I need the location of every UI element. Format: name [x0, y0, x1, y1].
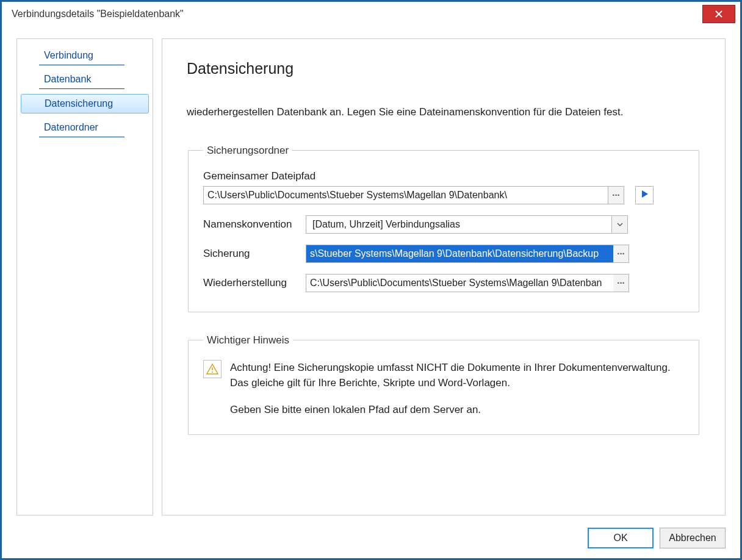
window-title: Verbindungsdetails "Beispieldatenbank": [12, 9, 184, 20]
shared-path-input[interactable]: C:\Users\Public\Documents\Stueber System…: [203, 186, 608, 204]
restore-label: Wiederherstellung: [203, 277, 301, 289]
ok-button[interactable]: OK: [588, 528, 654, 548]
shared-path-label: Gemeinsamer Dateipfad: [203, 170, 684, 182]
open-shared-path-button[interactable]: [635, 186, 654, 204]
hint-line-1: Achtung! Eine Sicherungskopie umfasst NI…: [230, 360, 684, 391]
browse-shared-path-button[interactable]: ···: [608, 186, 624, 204]
restore-path-input[interactable]: C:\Users\Public\Documents\Stueber System…: [306, 274, 613, 292]
page-title: Datensicherung: [187, 60, 701, 77]
naming-label: Namenskonvention: [203, 218, 301, 231]
backup-path-input[interactable]: s\Stueber Systems\Magellan 9\Datenbank\D…: [306, 245, 613, 263]
connection-details-window: Verbindungsdetails "Beispieldatenbank" V…: [0, 0, 742, 560]
hint-line-2: Geben Sie bitte einen lokalen Pfad auf d…: [230, 402, 684, 418]
sidebar-item-datenbank[interactable]: Datenbank: [39, 70, 124, 89]
svg-point-3: [212, 372, 213, 373]
warning-icon: [203, 360, 222, 378]
close-button[interactable]: [702, 5, 735, 23]
folder-group: Sicherungsordner Gemeinsamer Dateipfad C…: [188, 145, 699, 312]
sidebar-item-datenordner[interactable]: Datenordner: [39, 118, 124, 137]
hint-group-legend: Wichtiger Hinweis: [203, 334, 293, 346]
content-area: Verbindung Datenbank Datensicherung Date…: [16, 38, 726, 515]
close-icon: [715, 9, 722, 20]
main-panel: Datensicherung wiederhergestellen Datenb…: [162, 38, 726, 515]
titlebar: Verbindungsdetails "Beispieldatenbank": [2, 2, 740, 26]
backup-label: Sicherung: [203, 248, 301, 260]
cancel-button[interactable]: Abbrechen: [660, 528, 726, 548]
sidebar: Verbindung Datenbank Datensicherung Date…: [16, 38, 153, 515]
hint-group: Wichtiger Hinweis Achtung! Eine Sicherun…: [188, 334, 699, 436]
folder-group-legend: Sicherungsordner: [203, 145, 292, 157]
chevron-down-icon: [617, 219, 623, 229]
browse-backup-path-button[interactable]: ···: [613, 245, 629, 263]
play-icon: [640, 190, 649, 200]
naming-select[interactable]: [Datum, Uhrzeit] Verbindungsalias: [306, 215, 612, 234]
dialog-footer: OK Abbrechen: [588, 528, 726, 548]
hint-text: Achtung! Eine Sicherungskopie umfasst NI…: [230, 360, 684, 418]
intro-text: wiederhergestellen Datenbank an. Legen S…: [187, 104, 701, 120]
svg-marker-0: [642, 190, 648, 198]
sidebar-item-datensicherung[interactable]: Datensicherung: [21, 94, 149, 113]
sidebar-item-verbindung[interactable]: Verbindung: [39, 46, 124, 65]
naming-select-arrow[interactable]: [612, 215, 628, 234]
browse-restore-path-button[interactable]: ···: [613, 274, 629, 292]
